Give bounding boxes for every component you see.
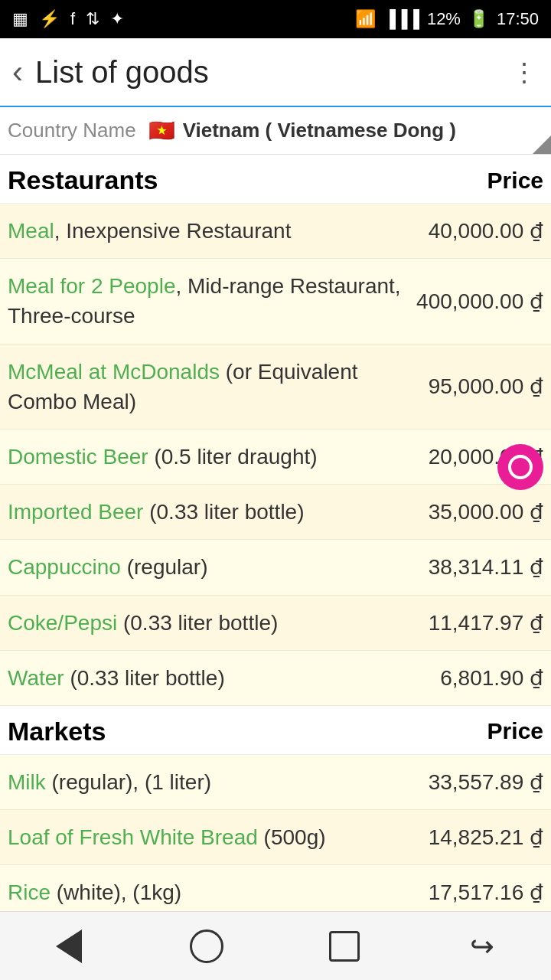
item-name: Coke/Pepsi (0.33 liter bottle) xyxy=(8,608,429,638)
home-nav-icon xyxy=(190,929,223,963)
country-value: Vietnam ( Vietnamese Dong ) xyxy=(183,119,456,142)
status-bar: ▦ ⚡ f ⇅ ✦ 📶 ▐▐▐ 12% 🔋 17:50 xyxy=(0,0,551,38)
item-price: 11,417.97 ₫ xyxy=(429,610,543,635)
list-item[interactable]: Milk (regular), (1 liter) 33,557.89 ₫ xyxy=(0,755,551,810)
back-nav-button[interactable] xyxy=(38,923,99,969)
country-selector[interactable]: Country Name 🇻🇳 Vietnam ( Vietnamese Don… xyxy=(0,107,551,155)
list-item[interactable]: Meal for 2 People, Mid-range Restaurant,… xyxy=(0,259,551,344)
dropdown-arrow-icon xyxy=(533,136,551,154)
share-nav-button[interactable]: ↪ xyxy=(452,923,513,969)
list-item[interactable]: Domestic Beer (0.5 liter draught) 20,000… xyxy=(0,430,551,485)
item-name: Water (0.33 liter bottle) xyxy=(8,663,440,693)
item-name: Loaf of Fresh White Bread (500g) xyxy=(8,822,429,852)
home-nav-button[interactable] xyxy=(176,923,237,969)
country-label: Country Name xyxy=(8,119,136,142)
more-menu-button[interactable]: ⋮ xyxy=(511,57,539,87)
bug-icon: ✦ xyxy=(110,9,124,29)
item-price: 35,000.00 ₫ xyxy=(429,499,543,524)
status-icons: ▦ ⚡ f ⇅ ✦ xyxy=(12,9,124,29)
item-name: Meal for 2 People, Mid-range Restaurant,… xyxy=(8,271,416,331)
floating-action-icon xyxy=(508,455,533,479)
item-name: McMeal at McDonalds (or Equivalent Combo… xyxy=(8,357,429,416)
recents-nav-icon xyxy=(329,931,360,962)
item-price: 17,517.16 ₫ xyxy=(429,880,543,905)
share-nav-icon: ↪ xyxy=(470,929,494,963)
item-price: 14,825.21 ₫ xyxy=(429,825,543,850)
facebook-icon: f xyxy=(70,9,75,29)
bottom-navigation: ↪ xyxy=(0,911,551,980)
list-item[interactable]: Imported Beer (0.33 liter bottle) 35,000… xyxy=(0,485,551,540)
list-item[interactable]: Meal, Inexpensive Restaurant 40,000.00 ₫ xyxy=(0,204,551,259)
item-name: Meal, Inexpensive Restaurant xyxy=(8,216,429,246)
list-item[interactable]: Loaf of Fresh White Bread (500g) 14,825.… xyxy=(0,810,551,865)
item-price: 40,000.00 ₫ xyxy=(429,218,543,243)
status-right: 📶 ▐▐▐ 12% 🔋 17:50 xyxy=(355,9,539,29)
item-name: Milk (regular), (1 liter) xyxy=(8,767,429,797)
markets-price-label: Price xyxy=(487,718,543,744)
item-name: Cappuccino (regular) xyxy=(8,552,429,582)
battery-icon: 🔋 xyxy=(468,9,489,29)
list-item[interactable]: Coke/Pepsi (0.33 liter bottle) 11,417.97… xyxy=(0,596,551,651)
signal-icon: ▐▐▐ xyxy=(383,9,419,29)
item-price: 33,557.89 ₫ xyxy=(429,769,543,795)
markets-section-header: Markets Price xyxy=(0,706,551,755)
item-name: Domestic Beer (0.5 liter draught) xyxy=(8,442,429,472)
country-flag: 🇻🇳 xyxy=(148,118,175,143)
usb2-icon: ⇅ xyxy=(86,9,99,29)
recents-nav-button[interactable] xyxy=(314,923,375,969)
markets-title: Markets xyxy=(8,717,106,746)
restaurants-title: Restaurants xyxy=(8,165,158,195)
item-price: 95,000.00 ₫ xyxy=(429,374,543,399)
back-button[interactable]: ‹ xyxy=(12,54,23,90)
list-item[interactable]: McMeal at McDonalds (or Equivalent Combo… xyxy=(0,345,551,430)
page-title: List of goods xyxy=(35,55,511,90)
restaurants-price-label: Price xyxy=(487,168,543,194)
item-name: Imported Beer (0.33 liter bottle) xyxy=(8,497,429,527)
top-bar: ‹ List of goods ⋮ xyxy=(0,38,551,107)
item-name: Rice (white), (1kg) xyxy=(8,877,429,907)
floating-action-button[interactable] xyxy=(497,444,543,490)
restaurants-section-header: Restaurants Price xyxy=(0,155,551,204)
item-price: 38,314.11 ₫ xyxy=(429,554,543,580)
item-price: 6,801.90 ₫ xyxy=(440,665,543,691)
sim-icon: ▦ xyxy=(12,9,28,29)
usb-icon: ⚡ xyxy=(39,9,60,29)
content-area: Restaurants Price Meal, Inexpensive Rest… xyxy=(0,155,551,980)
list-item[interactable]: Water (0.33 liter bottle) 6,801.90 ₫ xyxy=(0,651,551,706)
battery-percent: 12% xyxy=(427,9,461,29)
wifi-icon: 📶 xyxy=(355,9,376,29)
list-item[interactable]: Cappuccino (regular) 38,314.11 ₫ xyxy=(0,540,551,595)
back-nav-icon xyxy=(56,929,82,963)
time-display: 17:50 xyxy=(497,9,539,29)
item-price: 400,000.00 ₫ xyxy=(416,289,543,314)
